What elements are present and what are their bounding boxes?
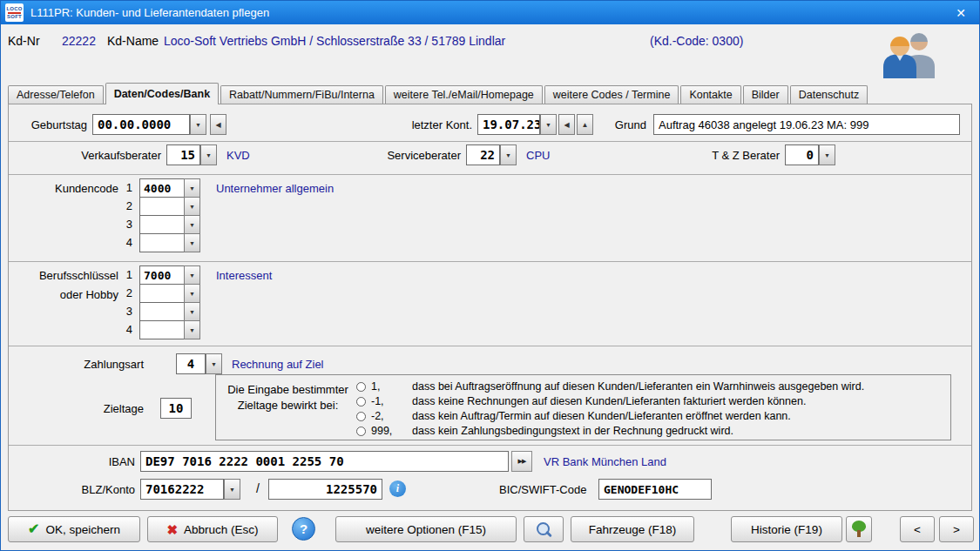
help-icon[interactable]: ? <box>292 517 315 541</box>
zieltage-option-text: dass kein Auftrag/Termin auf diesen Kund… <box>412 410 791 422</box>
zieltage-option-value: -1, <box>371 395 384 407</box>
zieltage-info-box: Die Eingabe bestimmter Zieltage bewirkt … <box>215 374 951 440</box>
kundencode-row-number: 3 <box>122 218 132 231</box>
tz-berater-input[interactable]: 0 <box>785 144 819 165</box>
zieltage-radio-minus1[interactable] <box>356 397 366 407</box>
search-button[interactable] <box>524 516 564 542</box>
letzter-kontakt-input[interactable]: 19.07.23 <box>477 114 540 135</box>
close-icon[interactable]: ✕ <box>946 1 976 24</box>
iban-lookup-double-arrow-icon[interactable]: ▶▶ <box>511 451 532 472</box>
beruf-input-3[interactable] <box>139 302 185 321</box>
geburtstag-label: Geburtstag <box>9 118 87 131</box>
tab-adresse-telefon[interactable]: Adresse/Telefon <box>8 85 104 104</box>
abbruch-button[interactable]: ✖ Abbruch (Esc) <box>147 516 278 542</box>
fahrzeuge-button[interactable]: Fahrzeuge (F18) <box>571 516 694 542</box>
geburtstag-prev-icon[interactable]: ◀ <box>210 114 226 135</box>
kdnr-value: 22222 <box>62 34 96 48</box>
verkaufsberater-input[interactable]: 15 <box>166 144 200 165</box>
tab-label: Bilder <box>752 89 780 101</box>
verkaufsberater-dropdown-icon[interactable]: ▼ <box>200 144 217 165</box>
ok-speichern-button[interactable]: ✔ OK, speichern <box>8 516 140 542</box>
zieltage-radio-minus2[interactable] <box>356 412 366 421</box>
blz-konto-label: BLZ/Konto <box>26 483 135 496</box>
zieltage-option-text: dass kein Zahlungsbedingungstext in der … <box>412 425 733 437</box>
kundencode-input-4[interactable] <box>139 233 185 252</box>
tab-kontakte[interactable]: Kontakte <box>680 85 740 104</box>
tab-weitere-tel-email-homepage[interactable]: weitere Tel./eMail/Homepage <box>385 85 543 104</box>
kundencode-row-number: 1 <box>122 181 132 194</box>
kdname-value: Loco-Soft Vertriebs GmbH / Schlosserstra… <box>164 34 505 48</box>
beruf-dropdown-icon-3[interactable]: ▼ <box>184 302 200 321</box>
next-record-button[interactable]: > <box>939 516 974 542</box>
tab-rabatt-nummern-fibu-interna[interactable]: Rabatt/Nummern/FiBu/Interna <box>220 85 383 104</box>
kundencode-input-3[interactable] <box>139 215 185 234</box>
tab-bilder[interactable]: Bilder <box>743 85 788 104</box>
serviceberater-input[interactable]: 22 <box>466 144 500 165</box>
geburtstag-input[interactable]: 00.00.0000 <box>92 114 190 135</box>
bic-label: BIC/SWIFT-Code <box>499 483 586 496</box>
kundencode-dropdown-icon-3[interactable]: ▼ <box>184 215 200 234</box>
tz-berater-label: T & Z Berater <box>662 149 780 162</box>
tab-label: weitere Tel./eMail/Homepage <box>394 89 534 101</box>
tab-daten-codes-bank[interactable]: Daten/Codes/Bank <box>105 83 219 104</box>
beruf-dropdown-icon-4[interactable]: ▼ <box>184 320 200 339</box>
kundencode-input-1[interactable]: 4000 <box>139 178 185 198</box>
prev-record-button[interactable]: < <box>900 516 935 542</box>
kdcode-value: (Kd.-Code: 0300) <box>650 34 743 48</box>
tab-label: Kontakte <box>689 89 732 101</box>
blz-konto-separator: / <box>256 481 260 495</box>
info-icon[interactable]: i <box>389 480 406 497</box>
fahrzeuge-label: Fahrzeuge (F18) <box>589 523 677 536</box>
iban-input[interactable]: DE97 7016 2222 0001 2255 70 <box>140 451 509 472</box>
section-divider <box>9 445 971 446</box>
grund-label: Grund <box>584 118 646 131</box>
beruf-dropdown-icon-1[interactable]: ▼ <box>184 265 200 285</box>
kundencode-dropdown-icon-1[interactable]: ▼ <box>184 178 200 198</box>
kundencode-row-number: 4 <box>122 236 132 249</box>
beruf-input-4[interactable] <box>139 320 185 339</box>
zahlungsart-dropdown-icon[interactable]: ▼ <box>206 353 222 374</box>
blz-dropdown-icon[interactable]: ▼ <box>224 479 240 500</box>
zieltage-option-text: dass keine Rechnungen auf diesen Kunden/… <box>412 395 806 407</box>
zieltage-option-value: 999, <box>371 425 392 437</box>
beruf-input-1[interactable]: 7000 <box>139 265 185 285</box>
serviceberater-desc: CPU <box>526 149 550 162</box>
geburtstag-dropdown-icon[interactable]: ▼ <box>190 114 206 135</box>
zieltage-radio-1[interactable] <box>356 382 366 392</box>
prev-record-label: < <box>914 523 921 536</box>
check-icon: ✔ <box>28 522 39 536</box>
header: Kd-Nr 22222 Kd-Name Loco-Soft Vertriebs … <box>1 24 979 82</box>
tab-datenschutz[interactable]: Datenschutz <box>790 85 868 104</box>
beruf-input-2[interactable] <box>139 284 185 303</box>
letzter-kontakt-dropdown-icon[interactable]: ▼ <box>540 114 557 135</box>
zieltage-input[interactable]: 10 <box>160 398 192 419</box>
kundencode-input-2[interactable] <box>139 197 185 216</box>
zieltage-radio-999[interactable] <box>356 427 366 436</box>
tz-berater-dropdown-icon[interactable]: ▼ <box>819 144 835 165</box>
bic-input[interactable]: GENODEF10HC <box>598 479 712 500</box>
kundencode-dropdown-icon-2[interactable]: ▼ <box>184 197 200 216</box>
tab-weitere-codes-termine[interactable]: weitere Codes / Termine <box>544 85 679 104</box>
beruf-dropdown-icon-2[interactable]: ▼ <box>184 284 200 303</box>
historie-button[interactable]: Historie (F19) <box>731 516 842 542</box>
letzter-kontakt-prev-icon[interactable]: ◀ <box>558 114 575 135</box>
search-icon <box>536 521 552 538</box>
beruf-row-number: 3 <box>122 305 132 318</box>
tree-button[interactable] <box>846 516 872 542</box>
weitere-optionen-button[interactable]: weitere Optionen (F15) <box>335 516 517 542</box>
zahlungsart-input[interactable]: 4 <box>176 353 206 374</box>
form-content: Geburtstag 00.00.0000 ▼ ◀ letzter Kont. … <box>8 104 972 511</box>
zieltage-label: Zieltage <box>35 402 144 415</box>
serviceberater-label: Serviceberater <box>343 149 461 162</box>
logo-text-top: LOCO <box>6 6 22 12</box>
blz-input[interactable]: 70162222 <box>140 479 224 500</box>
logo-text-bottom: SOFT <box>7 14 22 20</box>
tab-label: Datenschutz <box>799 89 859 101</box>
grund-input[interactable]: Auftrag 46038 angelegt 19.06.23 MA: 999 <box>653 114 960 135</box>
kundencode-dropdown-icon-4[interactable]: ▼ <box>184 233 200 252</box>
konto-input[interactable]: 1225570 <box>268 479 382 500</box>
section-divider <box>9 261 971 262</box>
letzter-kontakt-label: letzter Kont. <box>392 118 472 131</box>
tab-label: weitere Codes / Termine <box>553 89 671 101</box>
serviceberater-dropdown-icon[interactable]: ▼ <box>500 144 517 165</box>
